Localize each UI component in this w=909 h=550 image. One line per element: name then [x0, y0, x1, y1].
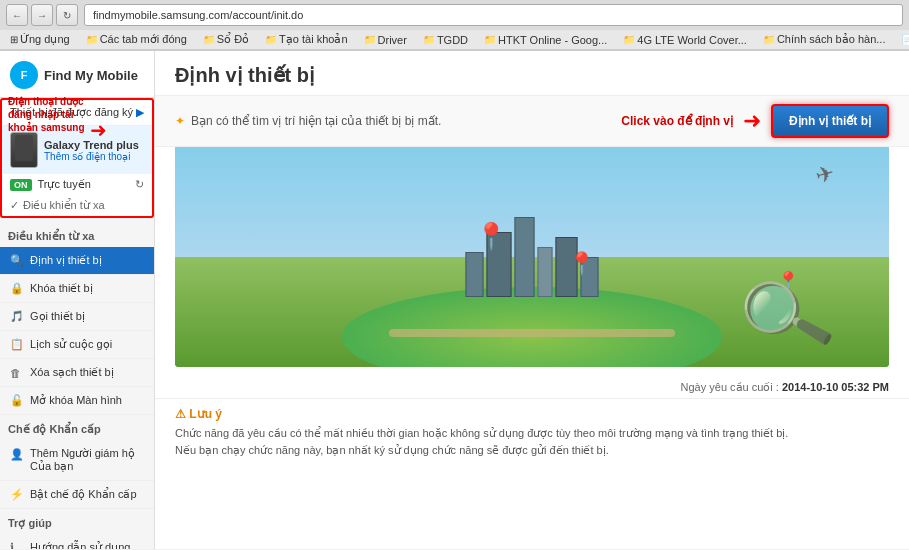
section-emergency: Chế độ Khẩn cấp — [0, 415, 154, 440]
map-pin-1: 📍 — [475, 221, 507, 252]
address-bar[interactable] — [84, 4, 903, 26]
folder-icon-3: 📁 — [265, 34, 277, 45]
building-3 — [515, 217, 535, 297]
folder-icon-4: 📁 — [364, 34, 376, 45]
locate-info: ✦ Bạn có thể tìm vị trí hiện tại của thi… — [175, 114, 441, 128]
status-online-text: Trực tuyến — [38, 178, 130, 191]
forward-button[interactable]: → — [31, 4, 53, 26]
section-help: Trợ giúp — [0, 509, 154, 534]
status-on-badge: ON — [10, 179, 32, 191]
building-4 — [538, 247, 553, 297]
map-pin-2: 📍 — [568, 251, 595, 277]
sidebar-header: F Find My Mobile — [0, 51, 154, 98]
menu-item-callhistory[interactable]: 📋 Lịch sử cuộc gọi — [0, 331, 154, 359]
device-sub[interactable]: Thêm số điện thoại — [44, 151, 144, 162]
menu-item-guide[interactable]: ℹ Hướng dẫn sử dụng — [0, 534, 154, 549]
section-remote-control: Điều khiển từ xa — [0, 222, 154, 247]
remote-label: ✓ Điều khiển từ xa — [2, 195, 152, 216]
folder-icon-7: 📁 — [623, 34, 635, 45]
back-button[interactable]: ← — [6, 4, 28, 26]
locate-bar: ✦ Bạn có thể tìm vị trí hiện tại của thi… — [155, 96, 909, 147]
date-value: 2014-10-10 05:32 PM — [782, 381, 889, 393]
sidebar-title: Find My Mobile — [44, 68, 138, 83]
folder-icon: 📁 — [86, 34, 98, 45]
expand-icon[interactable]: ▶ — [136, 106, 144, 119]
folder-icon-8: 📁 — [763, 34, 775, 45]
locate-right: Click vào để định vị ➜ Định vị thiết bị — [621, 104, 889, 138]
menu-item-emergency[interactable]: ⚡ Bật chế độ Khẩn cấp — [0, 481, 154, 509]
annotation-left: Điện thoại được đăng nhập tài khoản sams… — [8, 95, 90, 134]
page-wrapper: Điện thoại được đăng nhập tài khoản sams… — [0, 51, 909, 549]
folder-icon-5: 📁 — [423, 34, 435, 45]
device-image — [10, 132, 38, 168]
map-area: 📍 📍 📍 🔍 ✈ — [175, 147, 889, 367]
browser-toolbar: ← → ↻ — [0, 0, 909, 30]
refresh-button[interactable]: ↻ — [56, 4, 78, 26]
bookmark-4g[interactable]: 📁 4G LTE World Cover... — [619, 33, 751, 47]
bookmark-htkt[interactable]: 📁 HTKT Online - Goog... — [480, 33, 611, 47]
menu-item-lock[interactable]: 🔒 Khóa thiết bị — [0, 275, 154, 303]
list-icon: 📋 — [10, 338, 24, 351]
status-bar: ON Trực tuyến ↻ — [2, 174, 152, 195]
note-text-1: Chức năng đã yêu cầu có thể mất nhiều th… — [175, 425, 889, 442]
click-text: Click vào để định vị — [621, 114, 733, 128]
apps-icon: ⊞ — [10, 34, 18, 45]
page-title: Định vị thiết bị — [175, 63, 315, 87]
menu-item-locate[interactable]: 🔍 Định vị thiết bị — [0, 247, 154, 275]
person-icon: 👤 — [10, 447, 24, 461]
bookmark-sodo[interactable]: 📁 Sổ Đỏ — [199, 32, 253, 47]
bookmark-apps[interactable]: ⊞ Ứng dụng — [6, 32, 74, 47]
locate-button[interactable]: Định vị thiết bị — [771, 104, 889, 138]
music-icon: 🎵 — [10, 310, 24, 323]
nav-buttons: ← → ↻ — [6, 4, 78, 26]
annotation-arrow: ➜ — [90, 118, 107, 142]
check-icon: ✓ — [10, 199, 19, 212]
menu-item-unlock[interactable]: 🔓 Mở khóa Màn hình — [0, 387, 154, 415]
doc-icon: 📄 — [901, 34, 909, 45]
browser-chrome: ← → ↻ ⊞ Ứng dụng 📁 Các tab mới đóng 📁 Sổ… — [0, 0, 909, 51]
star-icon: ✦ — [175, 114, 185, 128]
note-section: ⚠ Lưu ý Chức năng đã yêu cầu có thể mất … — [155, 398, 909, 468]
bookmark-driver[interactable]: 📁 Driver — [360, 33, 411, 47]
menu-item-guardian[interactable]: 👤 Thêm Người giám hộ Của bạn — [0, 440, 154, 481]
building-1 — [466, 252, 484, 297]
folder-icon-2: 📁 — [203, 34, 215, 45]
menu-item-call[interactable]: 🎵 Gọi thiết bị — [0, 303, 154, 331]
map-road — [389, 329, 675, 337]
bookmark-tgdd[interactable]: 📁 TGDD — [419, 33, 472, 47]
unlock-icon: 🔓 — [10, 394, 24, 407]
bookmarks-bar: ⊞ Ứng dụng 📁 Các tab mới đóng 📁 Sổ Đỏ 📁 … — [0, 30, 909, 50]
info-icon: ℹ — [10, 541, 24, 549]
emergency-icon: ⚡ — [10, 488, 24, 501]
folder-icon-6: 📁 — [484, 34, 496, 45]
note-title: ⚠ Lưu ý — [175, 407, 889, 421]
locate-icon: 🔍 — [10, 254, 24, 267]
lock-icon: 🔒 — [10, 282, 24, 295]
refresh-icon[interactable]: ↻ — [135, 178, 144, 191]
note-text-2: Nếu bạn chạy chức năng này, bạn nhất ký … — [175, 442, 889, 459]
fmm-logo: F — [10, 61, 38, 89]
click-arrow-icon: ➜ — [743, 108, 761, 134]
menu-item-wipe[interactable]: 🗑 Xóa sạch thiết bị — [0, 359, 154, 387]
date-row: Ngày yêu cầu cuối : 2014-10-10 05:32 PM — [155, 377, 909, 398]
bookmark-zs[interactable]: 📄 zS — [897, 33, 909, 47]
bookmark-account[interactable]: 📁 Tạo tài khoản — [261, 32, 351, 47]
main-header: Định vị thiết bị — [155, 51, 909, 96]
main-content: Định vị thiết bị ✦ Bạn có thể tìm vị trí… — [155, 51, 909, 549]
bookmark-tabs[interactable]: 📁 Các tab mới đóng — [82, 32, 191, 47]
trash-icon: 🗑 — [10, 367, 24, 379]
bookmark-policy[interactable]: 📁 Chính sách bảo hàn... — [759, 32, 890, 47]
